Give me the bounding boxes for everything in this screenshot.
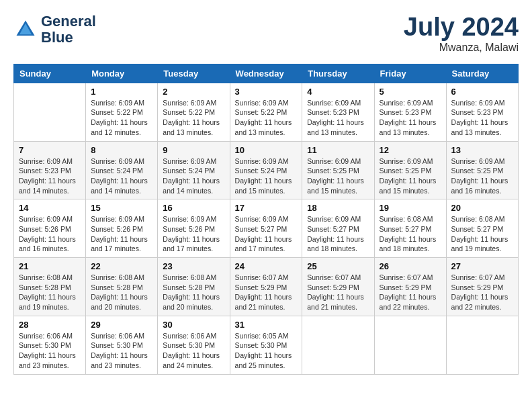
- sunset-text: Sunset: 5:22 PM: [163, 108, 215, 116]
- calendar-cell: 11 Sunrise: 6:09 AM Sunset: 5:25 PM Dayl…: [302, 141, 374, 199]
- sunset-text: Sunset: 5:29 PM: [380, 283, 432, 291]
- daylight-text: Daylight: 11 hours and 13 minutes.: [235, 118, 292, 136]
- sunset-text: Sunset: 5:28 PM: [19, 283, 71, 291]
- day-number: 6: [451, 87, 513, 97]
- sunset-text: Sunset: 5:27 PM: [451, 225, 504, 233]
- calendar-table: SundayMondayTuesdayWednesdayThursdayFrid…: [13, 64, 519, 375]
- page-header: General Blue July 2024 Mwanza, Malawi: [13, 13, 519, 54]
- day-number: 18: [307, 203, 369, 213]
- sunrise-text: Sunrise: 6:06 AM: [163, 332, 216, 340]
- sunset-text: Sunset: 5:23 PM: [380, 108, 432, 116]
- sunrise-text: Sunrise: 6:08 AM: [163, 273, 216, 281]
- sunset-text: Sunset: 5:30 PM: [19, 341, 71, 349]
- sunrise-text: Sunrise: 6:06 AM: [91, 332, 144, 340]
- daylight-text: Daylight: 11 hours and 18 minutes.: [307, 235, 364, 253]
- day-number: 31: [235, 320, 298, 330]
- calendar-week-row: 28 Sunrise: 6:06 AM Sunset: 5:30 PM Dayl…: [14, 316, 519, 374]
- calendar-cell: 10 Sunrise: 6:09 AM Sunset: 5:24 PM Dayl…: [230, 141, 302, 199]
- calendar-cell: 31 Sunrise: 6:05 AM Sunset: 5:30 PM Dayl…: [230, 316, 302, 374]
- day-number: 12: [380, 145, 441, 155]
- sunrise-text: Sunrise: 6:07 AM: [380, 273, 433, 281]
- calendar-cell: [14, 83, 86, 141]
- day-info: Sunrise: 6:07 AM Sunset: 5:29 PM Dayligh…: [380, 273, 441, 312]
- daylight-text: Daylight: 11 hours and 20 minutes.: [91, 293, 148, 311]
- daylight-text: Daylight: 11 hours and 25 minutes.: [235, 351, 292, 369]
- day-number: 24: [235, 261, 298, 271]
- calendar-cell: 9 Sunrise: 6:09 AM Sunset: 5:24 PM Dayli…: [158, 141, 230, 199]
- logo-text: General Blue: [41, 13, 96, 46]
- sunrise-text: Sunrise: 6:05 AM: [235, 332, 289, 340]
- daylight-text: Daylight: 11 hours and 19 minutes.: [19, 293, 76, 311]
- day-of-week-header: Friday: [374, 64, 446, 83]
- day-number: 25: [307, 261, 369, 271]
- sunrise-text: Sunrise: 6:09 AM: [163, 99, 216, 107]
- sunset-text: Sunset: 5:29 PM: [451, 283, 504, 291]
- sunrise-text: Sunrise: 6:09 AM: [380, 157, 433, 165]
- calendar-cell: 8 Sunrise: 6:09 AM Sunset: 5:24 PM Dayli…: [86, 141, 158, 199]
- day-info: Sunrise: 6:09 AM Sunset: 5:24 PM Dayligh…: [91, 156, 152, 196]
- day-info: Sunrise: 6:09 AM Sunset: 5:25 PM Dayligh…: [307, 156, 369, 196]
- calendar-cell: 20 Sunrise: 6:08 AM Sunset: 5:27 PM Dayl…: [446, 199, 518, 258]
- sunset-text: Sunset: 5:30 PM: [91, 341, 143, 349]
- calendar-cell: 2 Sunrise: 6:09 AM Sunset: 5:22 PM Dayli…: [158, 83, 230, 141]
- calendar-cell: 16 Sunrise: 6:09 AM Sunset: 5:26 PM Dayl…: [158, 199, 230, 258]
- calendar-cell: 17 Sunrise: 6:09 AM Sunset: 5:27 PM Dayl…: [230, 199, 302, 258]
- calendar-cell: 14 Sunrise: 6:09 AM Sunset: 5:26 PM Dayl…: [14, 199, 86, 258]
- sunset-text: Sunset: 5:25 PM: [451, 167, 504, 175]
- sunrise-text: Sunrise: 6:08 AM: [380, 215, 433, 223]
- sunset-text: Sunset: 5:28 PM: [163, 283, 215, 291]
- day-info: Sunrise: 6:09 AM Sunset: 5:26 PM Dayligh…: [91, 214, 152, 254]
- calendar-cell: 18 Sunrise: 6:09 AM Sunset: 5:27 PM Dayl…: [302, 199, 374, 258]
- month-title: July 2024: [404, 13, 519, 42]
- daylight-text: Daylight: 11 hours and 14 minutes.: [91, 177, 148, 195]
- calendar-cell: 27 Sunrise: 6:07 AM Sunset: 5:29 PM Dayl…: [446, 258, 518, 316]
- day-info: Sunrise: 6:09 AM Sunset: 5:24 PM Dayligh…: [163, 156, 224, 196]
- day-number: 13: [451, 145, 513, 155]
- day-info: Sunrise: 6:09 AM Sunset: 5:23 PM Dayligh…: [307, 98, 369, 138]
- day-number: 20: [451, 203, 513, 213]
- day-info: Sunrise: 6:09 AM Sunset: 5:27 PM Dayligh…: [307, 214, 369, 254]
- sunrise-text: Sunrise: 6:08 AM: [19, 273, 73, 281]
- calendar-cell: 28 Sunrise: 6:06 AM Sunset: 5:30 PM Dayl…: [14, 316, 86, 374]
- daylight-text: Daylight: 11 hours and 12 minutes.: [91, 118, 148, 136]
- sunrise-text: Sunrise: 6:09 AM: [451, 99, 505, 107]
- day-number: 5: [380, 87, 441, 97]
- logo-icon: [13, 17, 38, 42]
- daylight-text: Daylight: 11 hours and 16 minutes.: [451, 177, 508, 195]
- day-number: 11: [307, 145, 369, 155]
- day-info: Sunrise: 6:09 AM Sunset: 5:24 PM Dayligh…: [235, 156, 298, 196]
- day-number: 17: [235, 203, 298, 213]
- sunset-text: Sunset: 5:23 PM: [307, 108, 359, 116]
- daylight-text: Daylight: 11 hours and 23 minutes.: [91, 351, 148, 369]
- sunrise-text: Sunrise: 6:09 AM: [91, 215, 144, 223]
- sunrise-text: Sunrise: 6:09 AM: [19, 157, 73, 165]
- sunset-text: Sunset: 5:25 PM: [380, 167, 432, 175]
- day-info: Sunrise: 6:08 AM Sunset: 5:27 PM Dayligh…: [380, 214, 441, 254]
- daylight-text: Daylight: 11 hours and 16 minutes.: [19, 235, 76, 253]
- sunrise-text: Sunrise: 6:08 AM: [451, 215, 505, 223]
- day-number: 29: [91, 320, 152, 330]
- daylight-text: Daylight: 11 hours and 14 minutes.: [163, 177, 220, 195]
- sunrise-text: Sunrise: 6:09 AM: [235, 99, 289, 107]
- daylight-text: Daylight: 11 hours and 23 minutes.: [19, 351, 76, 369]
- day-info: Sunrise: 6:09 AM Sunset: 5:23 PM Dayligh…: [451, 98, 513, 138]
- daylight-text: Daylight: 11 hours and 13 minutes.: [451, 118, 508, 136]
- calendar-cell: 7 Sunrise: 6:09 AM Sunset: 5:23 PM Dayli…: [14, 141, 86, 199]
- sunset-text: Sunset: 5:29 PM: [307, 283, 359, 291]
- sunset-text: Sunset: 5:25 PM: [307, 167, 359, 175]
- sunrise-text: Sunrise: 6:09 AM: [163, 215, 216, 223]
- sunrise-text: Sunrise: 6:09 AM: [307, 157, 361, 165]
- sunrise-text: Sunrise: 6:07 AM: [235, 273, 289, 281]
- daylight-text: Daylight: 11 hours and 19 minutes.: [451, 235, 508, 253]
- day-info: Sunrise: 6:08 AM Sunset: 5:27 PM Dayligh…: [451, 214, 513, 254]
- sunset-text: Sunset: 5:27 PM: [307, 225, 359, 233]
- day-of-week-header: Saturday: [446, 64, 518, 83]
- day-number: 15: [91, 203, 152, 213]
- day-info: Sunrise: 6:09 AM Sunset: 5:27 PM Dayligh…: [235, 214, 298, 254]
- day-info: Sunrise: 6:07 AM Sunset: 5:29 PM Dayligh…: [235, 273, 298, 312]
- sunset-text: Sunset: 5:29 PM: [235, 283, 287, 291]
- day-info: Sunrise: 6:06 AM Sunset: 5:30 PM Dayligh…: [19, 331, 81, 371]
- day-info: Sunrise: 6:05 AM Sunset: 5:30 PM Dayligh…: [235, 331, 298, 371]
- daylight-text: Daylight: 11 hours and 17 minutes.: [91, 235, 148, 253]
- sunrise-text: Sunrise: 6:09 AM: [451, 157, 505, 165]
